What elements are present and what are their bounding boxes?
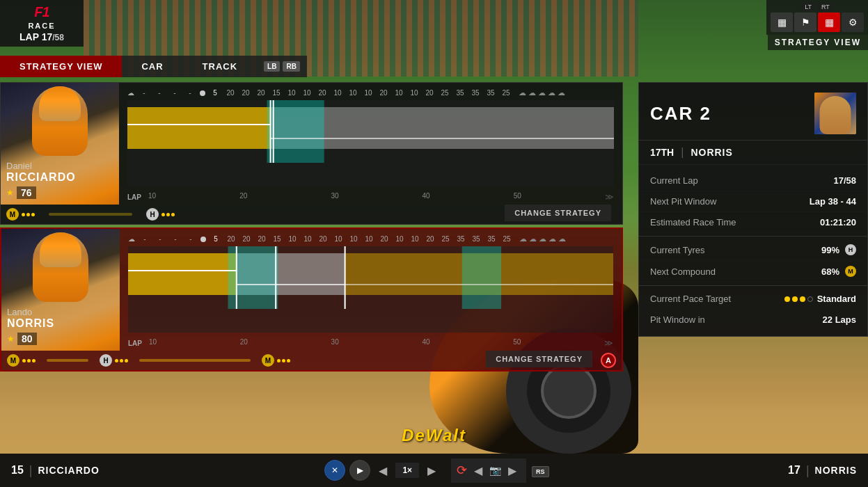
- tab-track[interactable]: TRACK: [183, 56, 258, 77]
- top-hud: F1 RACE LAP 17/58: [0, 0, 868, 56]
- arrow-right-button[interactable]: ▶: [423, 461, 440, 480]
- info-row-current-lap: Current Lap 17/58: [639, 170, 867, 191]
- weather-icon-1: ☁: [127, 89, 134, 97]
- info-row-next-pit-window: Next Pit Window Lap 38 - 44: [639, 191, 867, 212]
- info-row-pace-target: Current Pace Target Standard: [639, 289, 867, 310]
- top-right-hud: LT RT ▦ ⚑ ▦ ⚙ STRATEGY VIEW: [766, 0, 868, 50]
- pit-window-in-label: Pit Window in: [650, 314, 705, 325]
- car2-header: CAR 2: [639, 83, 867, 141]
- svg-rect-0: [127, 107, 271, 149]
- est-race-time-value: 01:21:20: [820, 217, 856, 227]
- tyre-badge-h2: H: [100, 354, 112, 367]
- norris-lap-axis: LAP 10 20 30 40 50 ≫: [128, 335, 613, 351]
- replay-arrow-right[interactable]: ▶: [504, 461, 521, 480]
- norris-panel-top: Lando NORRIS ★ 80 ☁ - - - -: [1, 229, 622, 351]
- pace-target-value: Standard: [784, 294, 856, 304]
- f1-logo-area: F1 RACE LAP 17/58: [0, 0, 84, 47]
- norris-lastname: NORRIS: [7, 317, 54, 330]
- next-compound-value: 68% M: [821, 266, 856, 277]
- tab-strategy-view[interactable]: STRATEGY VIEW: [0, 56, 122, 77]
- car2-title: CAR 2: [650, 103, 711, 125]
- current-tyre-badge: H: [845, 244, 856, 255]
- x-button[interactable]: ✕: [324, 460, 345, 481]
- ricciardo-lap-numbers: 10 20 30 40 50 ≫: [148, 192, 614, 202]
- tyre-dots-m1: [22, 213, 35, 216]
- bottom-controls: ✕ ▶ ◀ 1× ▶: [313, 460, 451, 481]
- replay-icon: ⟳: [457, 463, 467, 478]
- ricciardo-chart-area: ☁ - - - - 5 20 20 20 15 10 10 20 10: [119, 83, 622, 205]
- hud-settings-icon[interactable]: ⚙: [842, 13, 864, 32]
- hud-flag-icon[interactable]: ⚑: [794, 13, 816, 32]
- bottom-right-position: 17: [788, 464, 800, 477]
- replay-arrow-left[interactable]: ◀: [470, 461, 487, 480]
- weather-icon-2: ☁: [128, 235, 135, 243]
- norris-change-strategy-area: CHANGE STRATEGY A: [486, 351, 616, 370]
- lap-axis-label-2: LAP: [128, 340, 149, 347]
- strategy-tabs: STRATEGY VIEW CAR TRACK LB RB: [0, 56, 307, 77]
- ricciardo-rating-num: 76: [17, 186, 36, 199]
- strategy-view-label: STRATEGY VIEW: [768, 35, 868, 50]
- ricciardo-lastname: RICCIARDO: [6, 171, 76, 184]
- arrow-left-button[interactable]: ◀: [374, 461, 391, 480]
- ricciardo-rating: ★ 76: [6, 186, 76, 199]
- ricciardo-panel-top: Daniel RICCIARDO ★ 76 ☁ - - - -: [1, 83, 622, 205]
- tyre-dots-h1: [161, 213, 175, 216]
- tyre-badge-m3: M: [262, 354, 274, 367]
- top-right-icons: LT RT ▦ ⚑ ▦ ⚙: [766, 0, 868, 35]
- car2-divider: |: [681, 146, 684, 159]
- norris-change-strategy-btn[interactable]: CHANGE STRATEGY: [486, 351, 592, 367]
- norris-star-icon: ★: [7, 334, 15, 344]
- hud-bar-chart-icon[interactable]: ▦: [771, 13, 793, 32]
- tyre-line-m2b: [139, 359, 251, 362]
- norris-mini-photo: [814, 93, 856, 134]
- weather-clouds-row2: ☁ ☁ ☁ ☁ ☁: [519, 234, 566, 244]
- tyre-badge-m2: M: [7, 354, 19, 367]
- replay-section: ⟳ ◀ 📷 ▶: [451, 458, 526, 483]
- svg-rect-11: [462, 246, 501, 309]
- ricciardo-change-strategy-btn[interactable]: CHANGE STRATEGY: [505, 205, 611, 221]
- norris-rating-num: 80: [17, 333, 37, 345]
- norris-weather-row: ☁ - - - - 5 20 20 20 15 10 10 20 10: [128, 234, 613, 244]
- pace-target-label: Current Pace Target: [650, 294, 731, 304]
- ricciardo-firstname: Daniel: [6, 161, 76, 171]
- lb-badge[interactable]: LB: [264, 61, 280, 72]
- current-lap-value: 17/58: [833, 175, 856, 186]
- hud-bar-chart-active-icon[interactable]: ▦: [818, 13, 840, 32]
- car2-info-rows: Current Lap 17/58 Next Pit Window Lap 38…: [639, 165, 867, 336]
- strategy-panels: Daniel RICCIARDO ★ 76 ☁ - - - -: [0, 82, 623, 374]
- camera-icon: 📷: [489, 465, 501, 476]
- norris-photo-area: Lando NORRIS ★ 80: [1, 229, 120, 351]
- current-tyres-value: 99% H: [821, 244, 856, 255]
- tyre-badge-h1: H: [146, 208, 159, 221]
- ricciardo-svg-chart: [127, 100, 614, 163]
- rs-badge[interactable]: RS: [532, 466, 549, 477]
- tab-car[interactable]: CAR: [122, 56, 182, 77]
- bottom-left-position: 15: [11, 464, 24, 477]
- norris-panel-bottom: M H: [1, 351, 622, 370]
- info-row-pit-window-in: Pit Window in 22 Laps: [639, 310, 867, 330]
- tyre-dots-h2: [115, 359, 128, 362]
- lap-end-arrow-1: ≫: [605, 192, 614, 202]
- ricciardo-photo-area: Daniel RICCIARDO ★ 76: [1, 83, 119, 205]
- lap-info: LAP 17/58: [19, 31, 64, 42]
- current-tyres-label: Current Tyres: [650, 245, 705, 255]
- norris-strategy-chart: [128, 246, 613, 333]
- ricciardo-star-icon: ★: [6, 188, 14, 198]
- car2-driver-position-row: 17TH | NORRIS: [639, 141, 867, 165]
- tyre-label-h2: H: [100, 354, 128, 367]
- speed-display: 1×: [395, 463, 419, 478]
- rb-badge[interactable]: RB: [283, 61, 299, 72]
- ricciardo-weather-row: ☁ - - - - 5 20 20 20 15 10 10 20 10: [127, 88, 614, 97]
- next-compound-label: Next Compound: [650, 266, 716, 277]
- norris-a-button[interactable]: A: [601, 353, 616, 368]
- tyre-dots-m2: [22, 359, 35, 362]
- norris-panel: Lando NORRIS ★ 80 ☁ - - - -: [0, 227, 623, 372]
- play-button[interactable]: ▶: [349, 460, 370, 481]
- tyre-label-m2: M: [7, 354, 35, 367]
- tyre-dots-m3: [277, 359, 290, 362]
- weather-clouds-row1: ☁ ☁ ☁ ☁ ☁: [519, 88, 565, 97]
- info-divider-2: [639, 285, 867, 286]
- info-row-next-compound: Next Compound 68% M: [639, 261, 867, 282]
- f1-logo: F1: [34, 4, 49, 20]
- race-label: RACE: [28, 22, 55, 30]
